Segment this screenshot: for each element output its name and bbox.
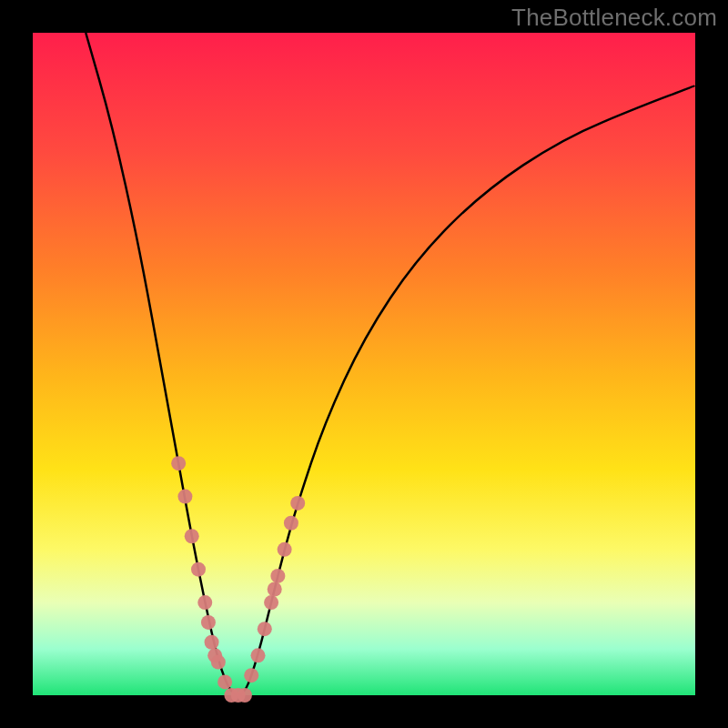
data-marker: [251, 648, 266, 662]
data-marker: [211, 655, 226, 670]
data-marker: [171, 456, 186, 470]
data-marker: [191, 562, 206, 577]
data-marker: [284, 516, 298, 531]
data-marker: [268, 582, 282, 597]
data-marker: [238, 688, 252, 703]
plot-area: [33, 33, 695, 695]
marker-group: [171, 456, 305, 703]
data-marker: [264, 595, 278, 610]
data-marker: [197, 595, 212, 610]
curve-svg: [33, 33, 695, 695]
data-marker: [270, 569, 285, 583]
data-marker: [201, 615, 216, 630]
data-marker: [278, 542, 292, 557]
data-marker: [244, 668, 258, 682]
data-marker: [205, 635, 219, 650]
data-marker: [217, 674, 232, 689]
data-marker: [177, 490, 192, 504]
data-marker: [185, 529, 199, 543]
chart-container: TheBottleneck.com: [0, 0, 728, 728]
data-marker: [258, 622, 272, 636]
data-marker: [290, 496, 305, 511]
bottleneck-curve: [86, 33, 695, 695]
watermark-text: TheBottleneck.com: [511, 4, 717, 32]
